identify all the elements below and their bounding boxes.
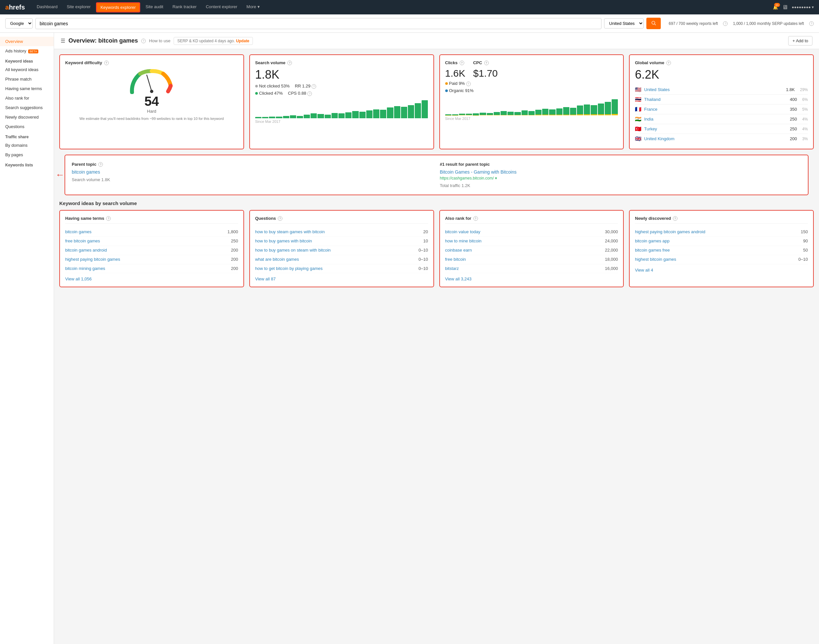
sidebar-item-by-domains[interactable]: By domains [0,141,54,150]
clicks-bar-group [501,97,507,115]
country-name-link[interactable]: Turkey [644,126,787,131]
hamburger-icon[interactable]: ☰ [61,38,65,44]
country-select[interactable]: United States [604,18,644,29]
keyword-volume: 10 [412,238,428,243]
country-name-link[interactable]: India [644,117,787,121]
paid-bar [480,115,486,115]
keyword-link[interactable]: how to buy games on steam with bitcoin [255,248,412,253]
cpc-info[interactable]: ? [484,61,489,65]
sidebar-item-overview[interactable]: Overview [0,37,54,46]
keyword-link[interactable]: coinbase earn [445,248,602,253]
nav-items: Dashboard Site explorer Keywords explore… [33,2,773,12]
rr-info[interactable]: ? [311,84,316,89]
keyword-link[interactable]: highest paying bitcoin games android [635,229,791,235]
view-all-link[interactable]: View all 87 [255,276,428,281]
keyword-link[interactable]: bitcoin value today [445,229,602,235]
cps-info[interactable]: ? [307,91,312,96]
keyword-link[interactable]: free bitcoin [445,257,602,262]
organic-bar [535,110,541,115]
sidebar-item-phrase-match[interactable]: Phrase match [0,74,54,84]
keyword-link[interactable]: free bitcoin games [65,238,222,244]
result-title-link[interactable]: Bitcoin Games - Gaming with Bitcoins [440,169,802,175]
notification-badge: 11 [774,3,780,7]
country-name-link[interactable]: Thailand [644,97,787,102]
weekly-reports-info-icon[interactable]: ? [723,21,728,26]
update-link[interactable]: Update [236,39,249,43]
organic-bar [521,110,528,115]
search-button[interactable] [646,18,661,29]
keyword-link[interactable]: bitcoin games app [635,238,791,244]
sidebar-item-by-pages[interactable]: By pages [0,150,54,159]
col-header-info[interactable]: ? [106,216,111,221]
country-flag: 🇮🇳 [635,116,641,122]
user-menu[interactable]: ●●●●●●●● ▾ [792,5,814,9]
keyword-volume: 200 [222,248,238,253]
monitor-icon[interactable]: 🖥 [782,4,788,11]
paid-info[interactable]: ? [466,81,471,86]
sidebar-item-having-same-terms[interactable]: Having same terms [0,84,54,94]
country-name-link[interactable]: United Kingdom [644,136,787,141]
page-title-info-icon[interactable]: ? [141,39,146,43]
keyword-ideas-col-2: Also rank for? bitcoin value today 30,00… [439,210,624,287]
keyword-link[interactable]: bitcoin games android [65,248,222,253]
search-input[interactable] [35,18,601,29]
keyword-row: bitcoin games 1,800 [65,228,238,237]
nav-content-explorer[interactable]: Content explorer [202,2,241,12]
result-url[interactable]: https://cashgames.bitcoin.com/ ▾ [440,176,802,181]
col-header-2: Also rank for? [445,216,618,224]
nav-site-audit[interactable]: Site audit [141,2,167,12]
keyword-link[interactable]: bitcoin games [65,229,222,235]
sidebar-item-newly-discovered[interactable]: Newly discovered [0,112,54,122]
nav-keywords-explorer[interactable]: Keywords explorer [96,2,141,12]
col-header-info[interactable]: ? [673,216,678,221]
sidebar-item-search-suggestions[interactable]: Search suggestions [0,103,54,112]
global-volume-info[interactable]: ? [666,61,671,65]
nav-more[interactable]: More ▾ [242,2,264,12]
sidebar-item-ads-history[interactable]: Ads history [0,46,54,56]
country-name-link[interactable]: United States [644,87,783,92]
sv-bar [394,106,400,118]
keyword-link[interactable]: bitcoin games free [635,248,791,253]
country-name-link[interactable]: France [644,107,787,112]
notification-bell[interactable]: 🔔11 [773,5,778,10]
search-volume-info[interactable]: ? [287,61,292,65]
keyword-link[interactable]: how to get bitcoin by playing games [255,266,412,271]
view-all-link[interactable]: View all 1,056 [65,276,238,281]
keyword-link[interactable]: how to buy steam games with bitcoin [255,229,412,235]
col-header-info[interactable]: ? [278,216,282,221]
keyword-link[interactable]: how to buy games with bitcoin [255,238,412,244]
keyword-row: free bitcoin games 250 [65,237,238,246]
keyword-link[interactable]: how to mine bitcoin [445,238,602,244]
keyword-link[interactable]: bitstarz [445,266,602,271]
keyword-difficulty-info[interactable]: ? [104,61,109,65]
nav-site-explorer[interactable]: Site explorer [63,2,95,12]
parent-topic-info[interactable]: ? [98,162,103,167]
view-all-link[interactable]: View all 3,243 [445,276,618,281]
nav-rank-tracker[interactable]: Rank tracker [169,2,201,12]
country-pct: 29% [800,87,808,92]
sidebar-item-questions[interactable]: Questions [0,122,54,131]
keyword-link[interactable]: highest paying bitcoin games [65,257,222,262]
paid-bar [549,115,555,115]
monthly-serp-info-icon[interactable]: ? [809,21,814,26]
clicks-bar-group [549,97,555,115]
col-header-info[interactable]: ? [473,216,478,221]
parent-topic-link[interactable]: bitcoin games [72,169,433,175]
sv-bar [352,111,358,118]
sidebar-item-all-keyword-ideas[interactable]: All keyword ideas [0,65,54,74]
keyword-volume: 20 [412,229,428,234]
keyword-link[interactable]: bitcoin mining games [65,266,222,271]
keyword-link[interactable]: highest bitcoin games [635,257,791,262]
col-header-3: Newly discovered? [635,216,808,224]
add-to-button[interactable]: + Add to [788,36,813,46]
keyword-link[interactable]: what are bitcoin games [255,257,412,262]
nav-dashboard[interactable]: Dashboard [33,2,61,12]
clicks-info[interactable]: ? [460,61,464,65]
sidebar-item-also-rank-for[interactable]: Also rank for [0,94,54,103]
view-all-link[interactable]: View all 4 [635,268,808,273]
how-to-use-link[interactable]: How to use [149,38,170,43]
organic-bar [542,109,548,115]
sv-bar [338,113,345,118]
search-engine-select[interactable]: Google [5,18,33,29]
keyword-row: highest paying bitcoin games android 150 [635,228,808,237]
